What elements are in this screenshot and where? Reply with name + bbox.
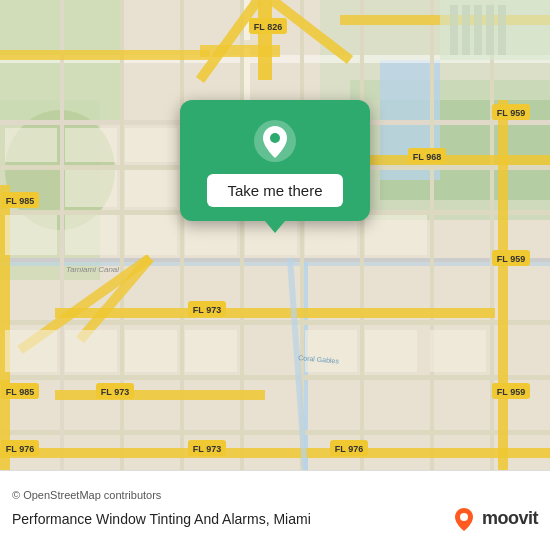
svg-rect-64 — [430, 330, 486, 372]
svg-point-100 — [460, 513, 468, 521]
moovit-wordmark: moovit — [482, 508, 538, 529]
moovit-pin-icon — [450, 505, 478, 533]
svg-text:FL 959: FL 959 — [497, 108, 525, 118]
svg-rect-47 — [65, 170, 117, 207]
svg-rect-55 — [125, 215, 177, 255]
map-container: FL 826 FL 985 FL 985 FL 968 FL 959 FL 95… — [0, 0, 550, 470]
popup-card: Take me there — [180, 100, 370, 221]
svg-rect-16 — [0, 258, 550, 262]
bottom-bar: © OpenStreetMap contributors Performance… — [0, 470, 550, 550]
svg-rect-52 — [365, 215, 427, 255]
svg-text:FL 959: FL 959 — [497, 254, 525, 264]
moovit-logo: moovit — [450, 505, 538, 533]
svg-rect-43 — [5, 128, 57, 162]
svg-rect-18 — [0, 375, 550, 380]
svg-text:FL 973: FL 973 — [193, 444, 221, 454]
svg-text:FL 976: FL 976 — [6, 444, 34, 454]
svg-rect-19 — [0, 430, 550, 435]
svg-text:FL 959: FL 959 — [497, 387, 525, 397]
svg-text:FL 985: FL 985 — [6, 196, 34, 206]
svg-rect-17 — [0, 320, 550, 325]
svg-text:FL 973: FL 973 — [101, 387, 129, 397]
svg-rect-59 — [65, 330, 117, 372]
location-row: Performance Window Tinting And Alarms, M… — [12, 505, 538, 533]
svg-rect-61 — [185, 330, 237, 372]
svg-rect-56 — [185, 215, 237, 255]
svg-text:Tamiami Canal: Tamiami Canal — [66, 265, 119, 274]
svg-rect-96 — [486, 5, 494, 55]
svg-rect-58 — [5, 330, 57, 372]
svg-rect-38 — [0, 448, 550, 458]
svg-rect-60 — [125, 330, 177, 372]
take-me-there-button[interactable]: Take me there — [207, 174, 342, 207]
svg-rect-45 — [125, 128, 177, 162]
svg-rect-44 — [65, 128, 117, 162]
svg-text:FL 976: FL 976 — [335, 444, 363, 454]
svg-rect-97 — [498, 5, 506, 55]
svg-point-99 — [270, 133, 280, 143]
svg-rect-63 — [365, 330, 417, 372]
svg-text:FL 968: FL 968 — [413, 152, 441, 162]
svg-rect-93 — [450, 5, 458, 55]
svg-rect-94 — [462, 5, 470, 55]
svg-text:FL 973: FL 973 — [193, 305, 221, 315]
location-text: Performance Window Tinting And Alarms, M… — [12, 511, 311, 527]
svg-rect-53 — [5, 215, 57, 255]
svg-rect-36 — [55, 308, 495, 318]
svg-rect-95 — [474, 5, 482, 55]
svg-text:FL 985: FL 985 — [6, 387, 34, 397]
svg-rect-28 — [258, 0, 272, 80]
svg-rect-25 — [360, 0, 364, 470]
svg-rect-26 — [430, 0, 434, 470]
svg-rect-62 — [305, 330, 357, 372]
svg-rect-27 — [490, 0, 494, 470]
svg-rect-37 — [55, 390, 265, 400]
svg-rect-31 — [0, 50, 210, 60]
svg-rect-33 — [200, 45, 280, 57]
svg-rect-54 — [65, 215, 117, 255]
svg-rect-51 — [305, 215, 357, 255]
svg-rect-48 — [125, 170, 177, 207]
location-pin-icon — [252, 118, 298, 164]
map-attribution: © OpenStreetMap contributors — [12, 489, 538, 501]
svg-text:FL 826: FL 826 — [254, 22, 282, 32]
